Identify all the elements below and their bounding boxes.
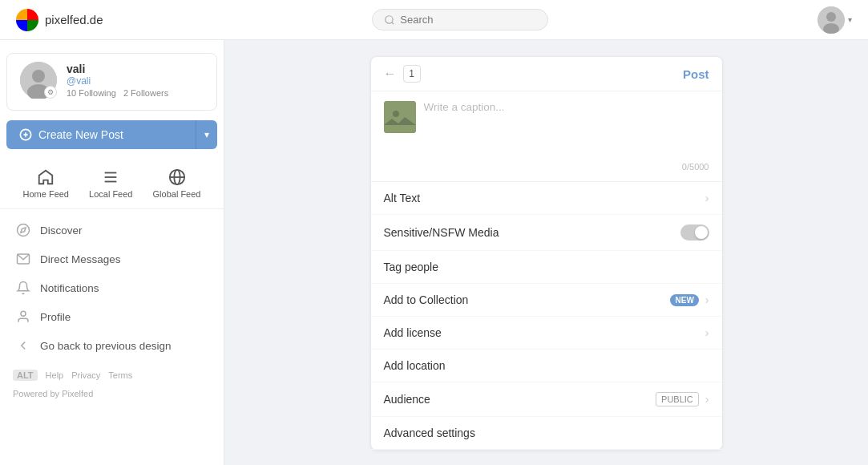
followers-count: 2 Followers <box>123 88 168 98</box>
sidebar-item-direct-messages[interactable]: Direct Messages <box>0 245 224 273</box>
search-icon <box>384 14 395 26</box>
chevron-right-icon: › <box>705 393 709 406</box>
sidebar-item-global-feed[interactable]: Global Feed <box>153 168 201 199</box>
username: vali <box>67 63 168 75</box>
svg-point-3 <box>826 12 836 22</box>
list-icon <box>102 168 119 186</box>
add-to-collection-right: NEW › <box>670 293 709 306</box>
logo-text: pixelfed.de <box>45 13 103 26</box>
sensitive-nsfw-label: Sensitive/NSFW Media <box>384 226 499 239</box>
compass-icon <box>16 223 30 237</box>
caption-input-wrap: 0/5000 <box>424 101 709 172</box>
advanced-settings-option[interactable]: Advanced settings <box>371 417 722 450</box>
following-count: 10 Following <box>67 88 116 98</box>
sidebar-footer: ALT Help Privacy Terms Powered by Pixelf… <box>0 360 224 398</box>
search-input[interactable] <box>400 14 528 26</box>
logo-icon <box>16 9 38 31</box>
chevron-right-icon: › <box>705 192 709 204</box>
user-info: vali @vali 10 Following 2 Followers <box>67 63 168 98</box>
direct-messages-label: Direct Messages <box>40 253 121 265</box>
user-handle: @vali <box>67 75 168 87</box>
bell-icon <box>16 281 30 295</box>
thumbnail-image <box>384 101 416 133</box>
audience-right: PUBLIC › <box>656 392 709 406</box>
chevron-left-icon <box>16 338 30 353</box>
tag-people-option[interactable]: Tag people <box>371 251 722 284</box>
back-arrow-button[interactable]: ← <box>384 67 397 81</box>
post-panel-header: ← 1 Post <box>371 57 722 91</box>
user-stats: 10 Following 2 Followers <box>67 88 168 98</box>
user-menu[interactable]: ▾ <box>818 6 852 34</box>
audience-label: Audience <box>384 393 430 406</box>
sidebar-item-go-back[interactable]: Go back to previous design <box>0 331 224 360</box>
chevron-down-icon: ▾ <box>204 129 209 140</box>
svg-line-1 <box>392 22 394 24</box>
add-license-label: Add license <box>384 326 442 339</box>
caption-input[interactable] <box>424 101 709 157</box>
footer-help-link[interactable]: Help <box>46 370 64 380</box>
svg-point-22 <box>393 111 399 117</box>
notifications-label: Notifications <box>40 282 99 294</box>
svg-marker-18 <box>21 228 26 232</box>
plus-circle-icon <box>19 128 32 141</box>
add-license-option[interactable]: Add license › <box>371 317 722 350</box>
profile-label: Profile <box>40 311 71 323</box>
chevron-right-icon: › <box>705 326 709 339</box>
main-content: ← 1 Post 0/5000 <box>224 40 868 465</box>
user-icon <box>16 309 30 324</box>
discover-label: Discover <box>40 224 83 237</box>
user-avatar: ⚙ <box>20 62 57 99</box>
sensitive-nsfw-option[interactable]: Sensitive/NSFW Media <box>371 215 722 251</box>
alt-text-right: › <box>705 192 709 204</box>
logo[interactable]: pixelfed.de <box>16 9 103 31</box>
avatar <box>818 6 845 34</box>
new-badge: NEW <box>670 294 698 306</box>
create-post-dropdown-button[interactable]: ▾ <box>196 120 217 149</box>
sidebar-item-local-feed[interactable]: Local Feed <box>89 168 132 199</box>
caption-area: 0/5000 <box>371 91 722 182</box>
audience-option[interactable]: Audience PUBLIC › <box>371 382 722 417</box>
gear-icon[interactable]: ⚙ <box>44 86 57 99</box>
caption-counter: 0/5000 <box>424 162 709 172</box>
add-location-option[interactable]: Add location <box>371 350 722 382</box>
post-button[interactable]: Post <box>683 67 709 81</box>
sidebar-item-discover[interactable]: Discover <box>0 216 224 245</box>
svg-point-17 <box>18 224 30 237</box>
svg-point-20 <box>21 311 26 316</box>
add-to-collection-label: Add to Collection <box>384 293 469 306</box>
post-nav: ← 1 <box>384 65 421 83</box>
footer-terms-link[interactable]: Terms <box>108 370 132 380</box>
user-card: ⚙ vali @vali 10 Following 2 Followers <box>6 53 217 111</box>
sensitive-toggle[interactable] <box>680 224 709 241</box>
search-bar[interactable] <box>372 9 548 30</box>
nav-icons-row: Home Feed Local Feed Global Feed <box>0 162 224 209</box>
alt-text-option[interactable]: Alt Text › <box>371 182 722 215</box>
sidebar-item-profile[interactable]: Profile <box>0 302 224 331</box>
page-indicator: 1 <box>403 65 421 83</box>
svg-point-6 <box>32 70 45 83</box>
alt-badge: ALT <box>13 370 38 381</box>
create-post-button[interactable]: Create New Post <box>6 120 196 149</box>
public-badge: PUBLIC <box>656 392 699 406</box>
local-feed-label: Local Feed <box>89 189 132 199</box>
advanced-settings-label: Advanced settings <box>384 427 475 439</box>
chevron-right-icon: › <box>705 293 709 306</box>
global-feed-label: Global Feed <box>153 189 201 199</box>
sidebar-item-notifications[interactable]: Notifications <box>0 273 224 302</box>
home-icon <box>37 168 55 186</box>
svg-point-0 <box>386 15 393 22</box>
chevron-down-icon: ▾ <box>848 15 852 24</box>
footer-privacy-link[interactable]: Privacy <box>71 370 100 380</box>
create-post-row: Create New Post ▾ <box>6 120 217 149</box>
go-back-label: Go back to previous design <box>40 340 172 352</box>
create-post-label: Create New Post <box>38 128 123 141</box>
sidebar-item-home-feed[interactable]: Home Feed <box>23 168 69 199</box>
top-nav: pixelfed.de ▾ <box>0 0 868 40</box>
tag-people-label: Tag people <box>384 261 439 273</box>
add-to-collection-option[interactable]: Add to Collection NEW › <box>371 284 722 317</box>
svg-rect-21 <box>384 101 416 133</box>
sidebar: ⚙ vali @vali 10 Following 2 Followers Cr… <box>0 40 224 465</box>
sensitive-nsfw-right <box>680 224 709 241</box>
footer-powered-by: Powered by Pixelfed <box>13 389 93 398</box>
home-feed-label: Home Feed <box>23 189 69 199</box>
